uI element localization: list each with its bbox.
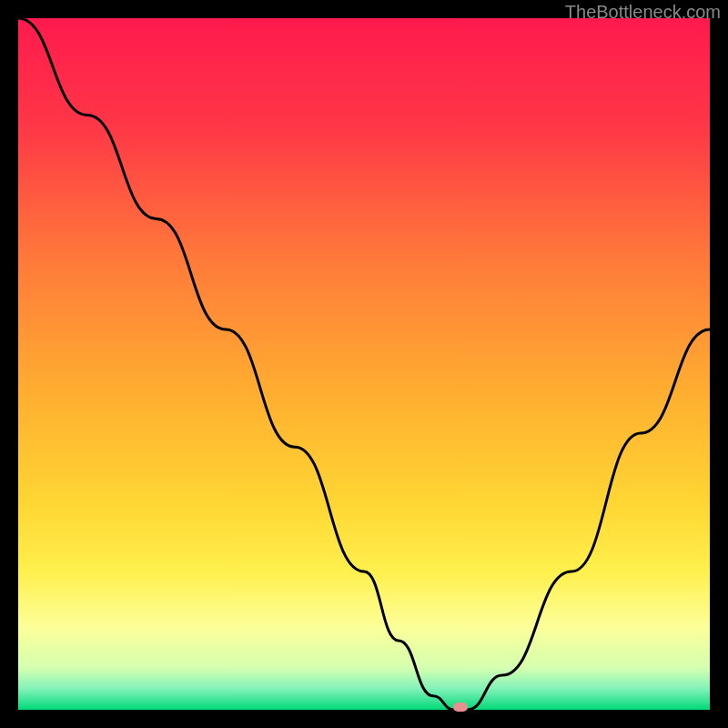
chart-container: TheBottleneck.com (0, 0, 728, 728)
bottleneck-curve (18, 18, 710, 710)
plot-area (18, 18, 710, 710)
watermark-text: TheBottleneck.com (565, 2, 721, 23)
optimal-marker (453, 703, 468, 712)
